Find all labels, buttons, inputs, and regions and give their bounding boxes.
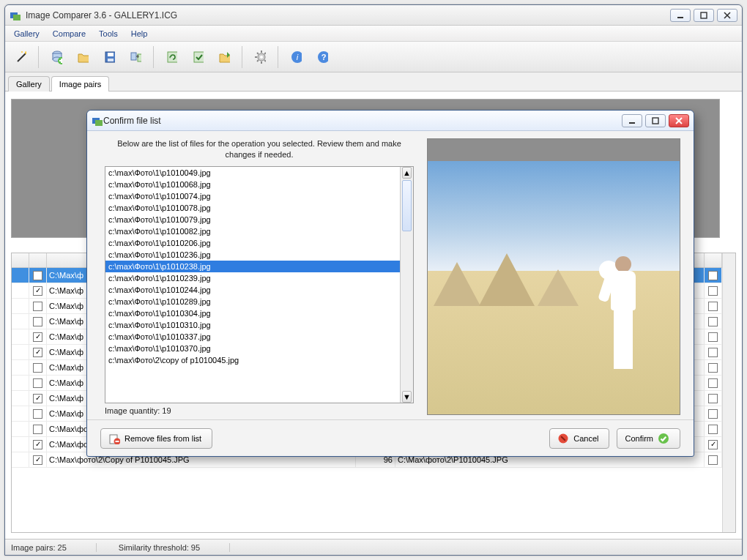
dialog-maximize-button[interactable] <box>645 114 666 127</box>
row-checkbox-left[interactable] <box>33 317 42 326</box>
compare-button[interactable] <box>124 46 146 68</box>
svg-rect-38 <box>95 120 103 126</box>
row-checkbox-right[interactable] <box>708 332 718 342</box>
file-list-item[interactable]: c:\max\Фото\1\p1010337.jpg <box>105 331 400 343</box>
folder-action-icon <box>218 51 230 63</box>
file-list-item[interactable]: c:\max\Фото\1\p1010206.jpg <box>105 237 400 249</box>
menu-tools[interactable]: Tools <box>93 28 124 40</box>
row-checkbox-left[interactable] <box>33 378 42 388</box>
dialog-title: Confirm file list <box>103 116 622 126</box>
gear-icon <box>254 51 266 63</box>
save-gallery-button[interactable] <box>98 46 120 68</box>
file-list-item[interactable]: c:\max\Фото\1\p1010310.jpg <box>105 319 400 331</box>
scroll-down-icon[interactable]: ▼ <box>402 391 412 403</box>
svg-point-8 <box>21 51 23 53</box>
file-list-item[interactable]: c:\max\Фото\2\copy of p1010045.jpg <box>105 354 400 366</box>
dialog-icon <box>92 115 103 127</box>
tab-gallery[interactable]: Gallery <box>8 76 50 92</box>
row-checkbox-left[interactable] <box>33 409 42 419</box>
file-list-item[interactable]: c:\max\Фото\1\p1010082.jpg <box>105 225 400 237</box>
row-checkbox-right[interactable] <box>708 440 718 449</box>
row-checkbox-right[interactable] <box>708 271 718 280</box>
file-list-item[interactable]: c:\max\Фото\1\p1010079.jpg <box>105 214 400 225</box>
new-gallery-button[interactable] <box>45 46 67 68</box>
row-checkbox-right[interactable] <box>708 317 718 326</box>
scroll-up-icon[interactable]: ▲ <box>402 167 412 179</box>
about-button[interactable]: i <box>285 46 307 68</box>
row-checkbox-left[interactable] <box>33 425 42 434</box>
wizard-button[interactable] <box>10 46 31 68</box>
row-checkbox-right[interactable] <box>708 348 718 357</box>
confirm-label: Confirm <box>625 434 653 443</box>
confirm-dialog: Confirm file list Below are the list of … <box>86 110 694 457</box>
file-list-item[interactable]: c:\max\Фото\1\p1010049.jpg <box>105 167 400 179</box>
row-checkbox-right[interactable] <box>708 363 718 373</box>
file-list-item[interactable]: c:\max\Фото\1\p1010238.jpg <box>105 261 400 272</box>
scroll-thumb[interactable] <box>402 180 412 231</box>
menu-compare[interactable]: Compare <box>47 28 92 40</box>
row-checkbox-left[interactable] <box>33 455 42 465</box>
file-list-scrollbar[interactable]: ▲ ▼ <box>400 167 413 403</box>
close-button[interactable] <box>717 9 737 22</box>
row-checkbox-right[interactable] <box>708 286 718 296</box>
table-scrollbar[interactable] <box>722 253 735 532</box>
refresh-button[interactable] <box>160 46 182 68</box>
file-list-item[interactable]: c:\max\Фото\1\p1010078.jpg <box>105 202 400 214</box>
svg-line-30 <box>264 60 266 61</box>
confirm-button[interactable]: Confirm <box>617 428 680 449</box>
row-checkbox-right[interactable] <box>708 394 718 403</box>
file-list-item[interactable]: c:\max\Фото\1\p1010370.jpg <box>105 343 400 354</box>
row-checkbox-right[interactable] <box>708 378 718 388</box>
image-quantity-label: Image quantity: 19 <box>105 406 414 415</box>
info-icon: i <box>290 51 302 63</box>
cancel-button[interactable]: Cancel <box>549 428 609 449</box>
menu-gallery[interactable]: Gallery <box>8 28 45 40</box>
file-list-item[interactable]: c:\max\Фото\1\p1010304.jpg <box>105 307 400 319</box>
image-preview <box>427 138 680 415</box>
row-checkbox-left[interactable] <box>33 286 42 296</box>
remove-files-button[interactable]: Remove files from list <box>100 428 212 449</box>
file-list-item[interactable]: c:\max\Фото\1\p1010236.jpg <box>105 249 400 261</box>
row-checkbox-right[interactable] <box>708 425 718 434</box>
dialog-titlebar[interactable]: Confirm file list <box>87 111 694 131</box>
row-checkbox-left[interactable] <box>33 271 42 280</box>
settings-button[interactable] <box>249 46 271 68</box>
row-checkbox-left[interactable] <box>33 348 42 357</box>
maximize-button[interactable] <box>694 9 714 22</box>
row-checkbox-left[interactable] <box>33 440 42 449</box>
app-icon <box>10 10 21 21</box>
dialog-close-button[interactable] <box>669 114 689 127</box>
open-gallery-button[interactable] <box>72 46 94 68</box>
check-all-button[interactable] <box>187 46 209 68</box>
action-button[interactable] <box>213 46 235 68</box>
help-button[interactable]: ? <box>311 46 333 68</box>
row-checkbox-left[interactable] <box>33 332 42 342</box>
file-list-item[interactable]: c:\max\Фото\1\p1010074.jpg <box>105 190 400 202</box>
refresh-icon <box>166 51 177 63</box>
cancel-icon <box>557 433 569 444</box>
minimize-button[interactable] <box>670 9 691 22</box>
dialog-instruction: Below are the list of files for the oper… <box>105 138 414 160</box>
svg-rect-40 <box>653 118 658 124</box>
file-list-item[interactable]: c:\max\Фото\1\p1010289.jpg <box>105 296 400 307</box>
row-checkbox-left[interactable] <box>33 302 42 311</box>
file-list[interactable]: c:\max\Фото\1\p1010049.jpgc:\max\Фото\1\… <box>105 166 414 403</box>
file-list-item[interactable]: c:\max\Фото\1\p1010068.jpg <box>105 179 400 190</box>
row-checkbox-left[interactable] <box>33 363 42 373</box>
row-checkbox-right[interactable] <box>708 455 718 465</box>
tabs: Gallery Image pairs <box>5 72 742 92</box>
wand-icon <box>15 51 26 63</box>
check-all-icon <box>192 51 204 63</box>
file-list-item[interactable]: c:\max\Фото\1\p1010244.jpg <box>105 284 400 296</box>
menu-help[interactable]: Help <box>125 28 154 40</box>
save-icon <box>103 51 115 63</box>
statusbar: Image pairs: 25 Similarity threshold: 95 <box>5 539 742 555</box>
row-checkbox-right[interactable] <box>708 409 718 419</box>
row-checkbox-right[interactable] <box>708 302 718 311</box>
main-titlebar[interactable]: Image Comparer 3.6 - GALLERY1.ICG <box>5 5 742 26</box>
svg-rect-17 <box>108 53 114 56</box>
file-list-item[interactable]: c:\max\Фото\1\p1010239.jpg <box>105 272 400 284</box>
tab-image-pairs[interactable]: Image pairs <box>51 76 109 92</box>
dialog-minimize-button[interactable] <box>622 114 642 127</box>
row-checkbox-left[interactable] <box>33 394 42 403</box>
